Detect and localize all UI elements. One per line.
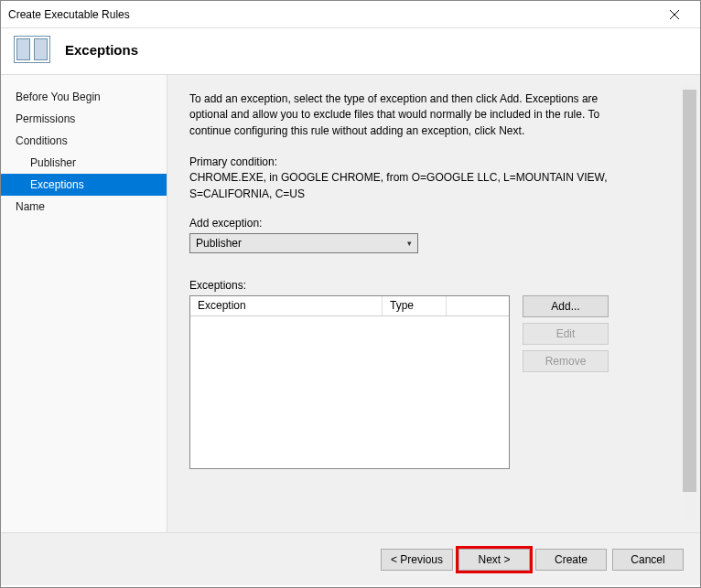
edit-button: Edit xyxy=(523,323,609,345)
wizard-body: Before You Begin Permissions Conditions … xyxy=(1,75,700,532)
cancel-button[interactable]: Cancel xyxy=(612,549,684,571)
previous-button[interactable]: < Previous xyxy=(381,549,453,571)
exceptions-table[interactable]: Exception Type xyxy=(189,295,510,469)
primary-condition-label: Primary condition: xyxy=(189,155,678,168)
next-button[interactable]: Next > xyxy=(458,549,530,571)
close-button[interactable] xyxy=(656,2,693,27)
sidebar-item-publisher[interactable]: Publisher xyxy=(1,152,167,174)
sidebar-item-permissions[interactable]: Permissions xyxy=(1,108,167,130)
scrollbar-thumb[interactable] xyxy=(683,90,696,492)
add-exception-label: Add exception: xyxy=(189,217,678,230)
close-icon xyxy=(669,9,680,20)
create-button[interactable]: Create xyxy=(535,549,607,571)
exception-action-buttons: Add... Edit Remove xyxy=(523,295,609,372)
wizard-footer: < Previous Next > Create Cancel xyxy=(1,532,700,585)
table-col-spacer xyxy=(447,296,509,315)
exception-type-value: Publisher xyxy=(196,237,242,250)
sidebar-item-before-you-begin[interactable]: Before You Begin xyxy=(1,86,167,108)
table-col-exception[interactable]: Exception xyxy=(190,296,383,315)
content-scrollbar[interactable] xyxy=(683,82,696,521)
sidebar-item-name[interactable]: Name xyxy=(1,196,167,218)
primary-condition-value: CHROME.EXE, in GOOGLE CHROME, from O=GOO… xyxy=(189,170,638,202)
table-col-type[interactable]: Type xyxy=(383,296,447,315)
add-button[interactable]: Add... xyxy=(523,295,609,317)
remove-button: Remove xyxy=(523,350,609,372)
window-title: Create Executable Rules xyxy=(8,8,656,21)
exception-type-combo[interactable]: Publisher ▾ xyxy=(189,233,418,253)
sidebar-item-conditions[interactable]: Conditions xyxy=(1,130,167,152)
page-title: Exceptions xyxy=(65,42,138,58)
exceptions-list-label: Exceptions: xyxy=(189,279,678,292)
titlebar: Create Executable Rules xyxy=(1,1,700,28)
description-text: To add an exception, select the type of … xyxy=(189,91,638,139)
content-pane: To add an exception, select the type of … xyxy=(167,75,700,532)
wizard-header: Exceptions xyxy=(1,28,700,74)
table-header: Exception Type xyxy=(190,296,509,316)
wizard-page-icon xyxy=(14,36,50,63)
sidebar-item-exceptions[interactable]: Exceptions xyxy=(1,174,167,196)
chevron-down-icon: ▾ xyxy=(407,239,412,248)
sidebar: Before You Begin Permissions Conditions … xyxy=(1,75,167,532)
